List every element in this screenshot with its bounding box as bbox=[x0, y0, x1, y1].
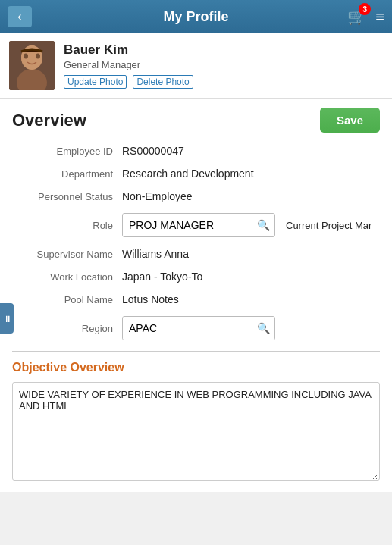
profile-info: Bauer Kim General Manager Update Photo D… bbox=[64, 42, 193, 89]
back-button[interactable]: ‹ bbox=[8, 6, 32, 27]
update-photo-link[interactable]: Update Photo bbox=[64, 75, 127, 89]
employee-id-label: Employee ID bbox=[12, 146, 122, 157]
role-search-button[interactable]: 🔍 bbox=[252, 214, 274, 236]
work-location-label: Work Location bbox=[12, 271, 122, 283]
role-input[interactable] bbox=[123, 214, 252, 236]
work-location-row: Work Location Japan - Tokyo-To bbox=[12, 271, 380, 283]
personnel-status-value: Non-Employee bbox=[122, 190, 193, 202]
region-input[interactable] bbox=[123, 317, 252, 340]
employee-id-row: Employee ID RS00000047 bbox=[12, 145, 380, 157]
objective-title: Objective Overview bbox=[12, 361, 380, 374]
region-search-button[interactable]: 🔍 bbox=[252, 317, 274, 340]
header: ‹ My Profile 🛒 3 ≡ bbox=[0, 0, 392, 33]
main-content: Overview Save Employee ID RS00000047 Dep… bbox=[0, 99, 392, 492]
region-label: Region bbox=[12, 323, 122, 334]
avatar bbox=[9, 41, 55, 90]
profile-links: Update Photo Delete Photo bbox=[64, 75, 193, 89]
search-icon: 🔍 bbox=[257, 322, 270, 334]
avatar-image bbox=[9, 41, 55, 90]
section-divider bbox=[12, 351, 380, 352]
overview-header: Overview Save bbox=[12, 108, 380, 133]
pool-name-value: Lotus Notes bbox=[122, 293, 179, 305]
search-icon: 🔍 bbox=[257, 219, 270, 231]
department-label: Department bbox=[12, 168, 122, 180]
pool-name-label: Pool Name bbox=[12, 294, 122, 305]
back-icon: ‹ bbox=[17, 10, 21, 23]
cart-button[interactable]: 🛒 3 bbox=[347, 8, 366, 26]
pool-name-row: Pool Name Lotus Notes bbox=[12, 293, 380, 305]
personnel-status-label: Personnel Status bbox=[12, 191, 122, 202]
side-tab-icon: ⏸ bbox=[2, 314, 12, 324]
region-row: Region 🔍 bbox=[12, 316, 380, 340]
cart-badge: 3 bbox=[359, 3, 371, 15]
save-button[interactable]: Save bbox=[320, 108, 380, 133]
menu-icon[interactable]: ≡ bbox=[375, 8, 384, 26]
department-value: Research and Development bbox=[122, 168, 254, 180]
personnel-status-row: Personnel Status Non-Employee bbox=[12, 190, 380, 202]
overview-title: Overview bbox=[12, 111, 86, 130]
profile-name: Bauer Kim bbox=[64, 42, 193, 58]
work-location-value: Japan - Tokyo-To bbox=[122, 271, 202, 283]
current-role-text: Current Project Mar bbox=[286, 220, 372, 231]
role-input-container: 🔍 Current Project Mar bbox=[122, 213, 372, 237]
profile-section: Bauer Kim General Manager Update Photo D… bbox=[0, 33, 392, 99]
supervisor-value: Williams Anna bbox=[122, 248, 189, 260]
role-label: Role bbox=[12, 220, 122, 231]
delete-photo-link[interactable]: Delete Photo bbox=[133, 75, 193, 89]
svg-point-5 bbox=[36, 54, 40, 59]
region-input-wrapper: 🔍 bbox=[122, 316, 275, 340]
role-row: Role 🔍 Current Project Mar bbox=[12, 213, 380, 237]
header-icons: 🛒 3 ≡ bbox=[347, 8, 384, 26]
profile-job-title: General Manager bbox=[64, 59, 193, 70]
side-tab[interactable]: ⏸ bbox=[0, 303, 14, 334]
role-input-wrapper: 🔍 bbox=[122, 213, 275, 237]
page-title: My Profile bbox=[163, 9, 228, 25]
svg-point-4 bbox=[24, 54, 28, 59]
supervisor-row: Supervisor Name Williams Anna bbox=[12, 248, 380, 260]
objective-textarea[interactable]: WIDE VARIETY OF EXPERIENCE IN WEB PROGRA… bbox=[12, 382, 380, 481]
supervisor-label: Supervisor Name bbox=[12, 249, 122, 260]
employee-id-value: RS00000047 bbox=[122, 145, 184, 157]
department-row: Department Research and Development bbox=[12, 168, 380, 180]
